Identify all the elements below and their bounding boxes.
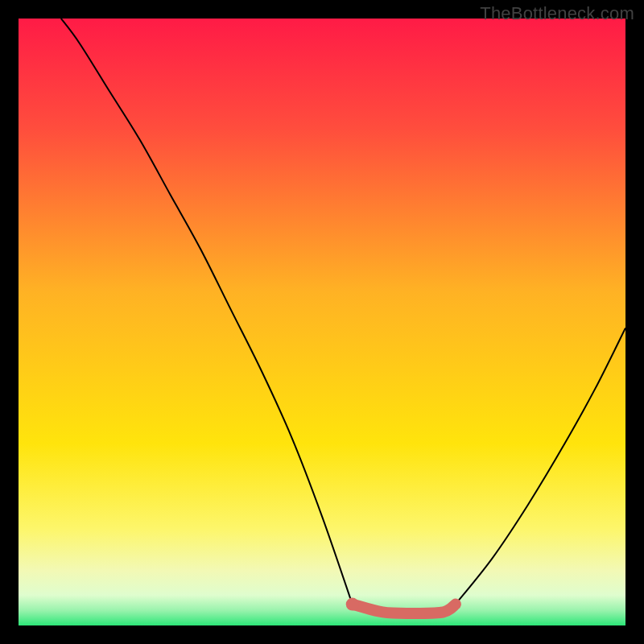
gradient-bg [19,19,625,625]
watermark-text: TheBottleneck.com [480,3,634,24]
bottleneck-chart [19,19,625,625]
chart-frame: TheBottleneck.com [0,0,644,644]
optimal-start-dot [346,598,359,611]
